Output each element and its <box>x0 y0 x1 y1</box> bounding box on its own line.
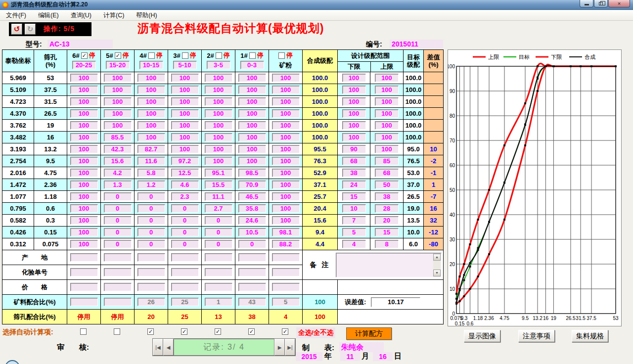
day-input[interactable]: 16 <box>373 352 393 361</box>
passing-input[interactable]: 100 <box>238 97 266 106</box>
lower-limit-input[interactable]: 15 <box>342 192 366 201</box>
restore-button[interactable] <box>594 0 608 7</box>
passing-input[interactable]: 100 <box>70 121 98 130</box>
ratio-input[interactable] <box>70 298 98 306</box>
passing-input[interactable]: 100 <box>238 74 266 82</box>
notes-button[interactable]: 注意事项 <box>518 330 555 342</box>
origin-input[interactable] <box>137 253 165 262</box>
passing-input[interactable]: 100 <box>205 86 232 94</box>
auto-calc-checkbox-2[interactable] <box>114 328 120 335</box>
passing-input[interactable]: 100 <box>70 240 98 248</box>
origin-input[interactable] <box>171 253 199 262</box>
record-prev-button[interactable]: ◀ <box>163 339 174 356</box>
passing-input[interactable]: 100 <box>238 86 266 94</box>
lower-limit-input[interactable]: 100 <box>342 109 366 118</box>
price-input[interactable] <box>171 283 199 291</box>
price-input[interactable] <box>137 283 165 291</box>
passing-input[interactable]: 11.1 <box>205 192 232 201</box>
passing-input[interactable]: 100 <box>272 97 300 106</box>
stop-checkbox-3[interactable] <box>148 52 155 59</box>
passing-input[interactable]: 100 <box>137 74 165 82</box>
report-no-input[interactable] <box>137 268 165 276</box>
range-input[interactable]: 15-20 <box>106 61 130 69</box>
upper-limit-input[interactable]: 15 <box>375 228 399 236</box>
passing-input[interactable]: 100 <box>205 74 232 82</box>
passing-input[interactable]: 0 <box>171 216 199 225</box>
lower-limit-input[interactable]: 100 <box>342 133 366 141</box>
scroll-down-button[interactable]: ▼ <box>433 270 441 276</box>
passing-input[interactable]: 100 <box>272 121 300 130</box>
lower-limit-input[interactable]: 100 <box>342 74 366 82</box>
passing-input[interactable]: 46.5 <box>238 192 266 201</box>
lower-limit-input[interactable]: 100 <box>342 86 366 94</box>
passing-input[interactable]: 100 <box>272 145 300 153</box>
passing-input[interactable]: 1.3 <box>104 181 132 189</box>
passing-input[interactable]: 100 <box>272 181 300 189</box>
passing-input[interactable]: 100 <box>238 145 266 153</box>
show-image-button[interactable]: 显示图像 <box>464 330 500 342</box>
passing-input[interactable]: 0 <box>104 204 132 213</box>
passing-input[interactable]: 5.8 <box>137 169 165 177</box>
upper-limit-input[interactable]: 100 <box>375 109 399 118</box>
passing-input[interactable]: 100 <box>70 74 98 82</box>
passing-input[interactable]: 100 <box>205 157 232 165</box>
price-input[interactable] <box>272 283 300 291</box>
ratio-input[interactable]: 5 <box>272 298 300 306</box>
report-no-input[interactable] <box>171 268 199 276</box>
passing-input[interactable]: 100 <box>171 121 199 130</box>
passing-input[interactable]: 0 <box>205 240 232 248</box>
passing-input[interactable]: 100 <box>70 157 98 165</box>
lower-limit-input[interactable]: 90 <box>342 145 366 153</box>
passing-input[interactable]: 0 <box>104 192 132 201</box>
passing-input[interactable]: 100 <box>70 216 98 225</box>
remark-textarea[interactable]: ▲▼ <box>336 253 442 277</box>
minimize-button[interactable] <box>580 0 593 7</box>
aggregate-spec-button[interactable]: 集料规格 <box>572 330 608 342</box>
passing-input[interactable]: 100 <box>205 97 232 106</box>
record-last-button[interactable]: ▶| <box>285 339 295 356</box>
upper-limit-input[interactable]: 100 <box>375 121 399 130</box>
passing-input[interactable]: 82.7 <box>137 145 165 153</box>
passing-input[interactable]: 100 <box>70 192 98 201</box>
upper-limit-input[interactable]: 8 <box>375 240 399 248</box>
select-all-toggle[interactable]: 全选/全不选 <box>296 327 335 338</box>
passing-input[interactable]: 100 <box>70 109 98 118</box>
passing-input[interactable]: 100 <box>137 86 165 94</box>
passing-input[interactable]: 100 <box>272 216 300 225</box>
passing-input[interactable]: 0 <box>104 240 132 248</box>
lower-limit-input[interactable]: 24 <box>342 181 366 189</box>
passing-input[interactable]: 0 <box>137 228 165 236</box>
upper-limit-input[interactable]: 68 <box>375 169 399 177</box>
close-button[interactable]: × <box>608 0 630 7</box>
passing-input[interactable]: 1.2 <box>137 181 165 189</box>
menu-item-0[interactable]: 文件(F) <box>0 10 32 21</box>
auto-calc-checkbox-6[interactable]: ✓ <box>248 328 255 335</box>
upper-limit-input[interactable]: 100 <box>375 74 399 82</box>
report-no-input[interactable] <box>70 268 98 276</box>
passing-input[interactable]: 100 <box>104 97 132 106</box>
menu-item-3[interactable]: 计算(C) <box>97 10 130 21</box>
price-input[interactable] <box>205 283 232 291</box>
auto-calc-checkbox-3[interactable]: ✓ <box>147 328 154 335</box>
menu-item-2[interactable]: 查询(U) <box>65 10 97 21</box>
passing-input[interactable]: 100 <box>272 109 300 118</box>
passing-input[interactable]: 4.2 <box>104 169 132 177</box>
passing-input[interactable]: 0 <box>171 228 199 236</box>
passing-input[interactable]: 70.9 <box>238 181 266 189</box>
passing-input[interactable]: 10.5 <box>238 228 266 236</box>
passing-input[interactable]: 0 <box>137 216 165 225</box>
origin-input[interactable] <box>238 253 266 262</box>
month-input[interactable]: 11 <box>340 352 360 361</box>
passing-input[interactable]: 0 <box>205 216 232 225</box>
passing-input[interactable]: 100 <box>171 74 199 82</box>
range-input[interactable]: 10-15 <box>139 61 163 69</box>
passing-input[interactable]: 100 <box>272 204 300 213</box>
passing-input[interactable]: 100 <box>70 204 98 213</box>
passing-input[interactable]: 35.8 <box>238 204 266 213</box>
range-input[interactable]: 3-5 <box>207 61 230 69</box>
passing-input[interactable]: 100 <box>104 121 132 130</box>
passing-input[interactable]: 100 <box>137 97 165 106</box>
scroll-up-button[interactable]: ▲ <box>433 254 441 261</box>
upper-limit-input[interactable]: 100 <box>375 133 399 141</box>
passing-input[interactable]: 98.1 <box>272 228 300 236</box>
